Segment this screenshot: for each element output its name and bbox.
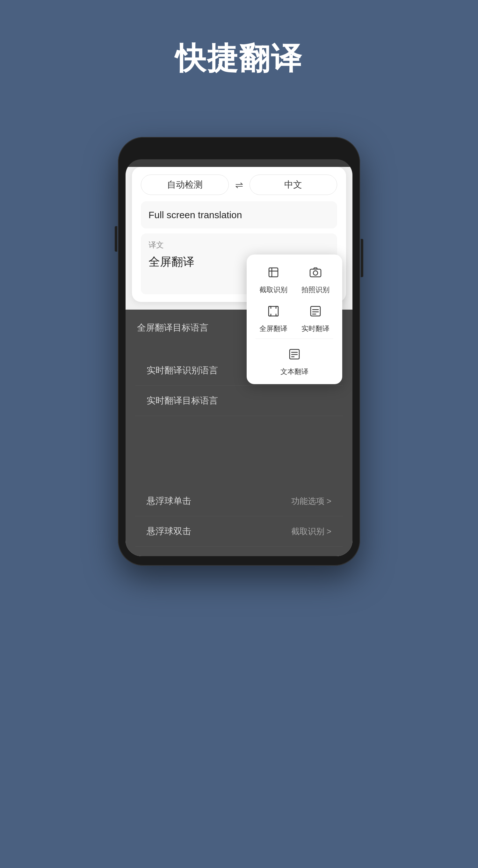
phone-mockup: 自动检测 ⇌ 中文 Full screen translation 译文 全屏翻… (118, 137, 360, 566)
realtime-translate-item[interactable]: 实时翻译 (298, 301, 333, 334)
camera-icon (305, 262, 326, 282)
quick-actions-popup: 截取识别 (247, 254, 342, 384)
camera-label: 拍照识别 (301, 285, 329, 294)
screenshot-label: 截取识别 (260, 285, 288, 294)
output-label: 译文 (149, 240, 329, 250)
lang-selector-row: 自动检测 ⇌ 中文 (141, 175, 337, 195)
source-lang-button[interactable]: 自动检测 (141, 175, 229, 195)
fullscreen-translate-label: 全屏翻译 (260, 324, 288, 334)
svg-rect-0 (269, 268, 278, 277)
float-ball-double-click-row[interactable]: 悬浮球双击 截取识别 > (135, 516, 343, 547)
realtime-target-row[interactable]: 实时翻译目标语言 (135, 386, 343, 416)
svg-point-4 (313, 271, 318, 275)
phone-frame: 自动检测 ⇌ 中文 Full screen translation 译文 全屏翻… (118, 137, 360, 566)
float-ball-single-label: 悬浮球单击 (147, 495, 191, 507)
float-ball-double-value: 截取识别 > (291, 526, 331, 537)
svg-rect-3 (310, 269, 321, 277)
realtime-icon (305, 301, 326, 321)
volume-button (115, 226, 117, 252)
float-ball-double-label: 悬浮球双击 (147, 525, 191, 537)
power-button (361, 239, 363, 277)
input-area[interactable]: Full screen translation (141, 201, 337, 228)
quick-actions-grid: 截取识别 (256, 262, 333, 334)
phone-notch (213, 147, 265, 155)
realtime-translate-label: 实时翻译 (301, 324, 329, 334)
text-translate-label: 文本翻译 (280, 367, 308, 376)
text-icon (284, 344, 305, 364)
fullscreen-translate-item[interactable]: 全屏翻译 (256, 301, 291, 334)
float-ball-single-click-row[interactable]: 悬浮球单击 功能选项 > (135, 486, 343, 516)
app-content: 自动检测 ⇌ 中文 Full screen translation 译文 全屏翻… (125, 167, 353, 556)
realtime-lang-label: 实时翻译识别语言 (147, 364, 218, 376)
realtime-target-label: 实时翻译目标语言 (147, 395, 218, 407)
fullscreen-lang-label: 全屏翻译目标语言 (137, 322, 208, 334)
fullscreen-icon (263, 301, 283, 321)
svg-rect-5 (269, 306, 278, 316)
phone-screen: 自动检测 ⇌ 中文 Full screen translation 译文 全屏翻… (125, 159, 353, 556)
float-ball-settings: 悬浮球单击 功能选项 > 悬浮球双击 截取识别 > (135, 486, 343, 547)
swap-icon[interactable]: ⇌ (235, 179, 243, 190)
page-title: 快捷翻译 (175, 38, 303, 80)
float-ball-single-value: 功能选项 > (291, 496, 331, 507)
screenshot-icon (263, 262, 283, 282)
camera-recognize-item[interactable]: 拍照识别 (298, 262, 333, 294)
text-translate-item[interactable]: 文本翻译 (256, 339, 333, 376)
target-lang-button[interactable]: 中文 (249, 175, 337, 195)
input-text: Full screen translation (149, 208, 329, 222)
screenshot-recognize-item[interactable]: 截取识别 (256, 262, 291, 294)
svg-rect-6 (311, 306, 320, 316)
